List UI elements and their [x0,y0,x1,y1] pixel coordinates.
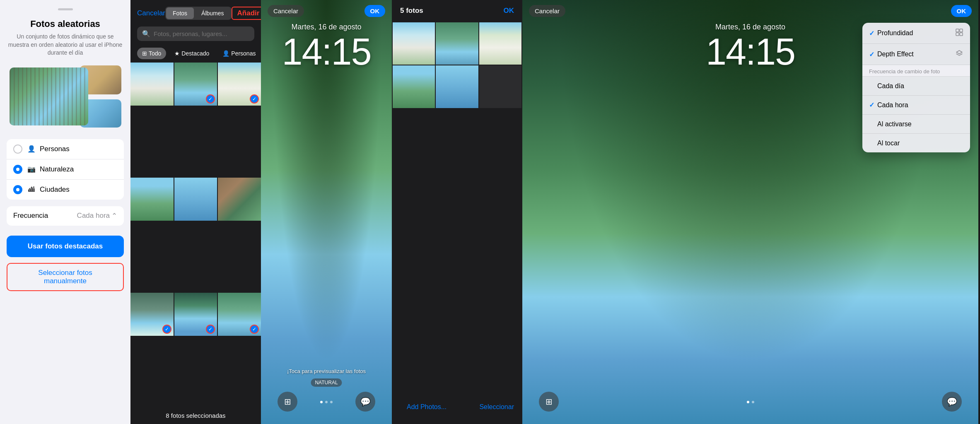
panel5-cancel-button[interactable]: Cancelar [529,5,565,17]
filter-bar: ⊞ Todo ★ Destacado 👤 Personas 📷 Na [130,44,261,63]
option-personas-label: Personas [40,145,70,153]
picker-header: Cancelar Fotos Álbumes Añadir [130,0,261,23]
grid-cell-5[interactable] [174,178,217,221]
chevron-icon: ⌃ [111,212,117,220]
panel4-ok-button[interactable]: OK [504,7,514,15]
dropdown-item-cada-hora[interactable]: ✓ Cada hora [862,96,970,115]
check-profundidad: ✓ [869,29,877,37]
panel1-title: Fotos aleatorias [30,19,100,29]
frequency-value-text: Cada hora [77,212,110,220]
picker-search-bar: 🔍 [137,26,254,41]
check-cada-hora: ✓ [869,101,877,109]
filter-todo-label: Todo [149,50,161,57]
panel-lockscreen-menu: Cancelar OK Martes, 16 de agosto 14:15 ⊞… [522,0,978,424]
grid-icon: ⊞ [142,50,147,57]
panel4-title: 5 fotos [400,7,423,15]
panel4-photo-grid [392,22,522,109]
check-badge-2: ✓ [206,94,215,104]
ls-time: 14:15 [261,33,392,70]
layers-icon-menu [955,49,963,59]
dropdown-section-header: Frecuencia de cambio de foto [862,65,970,77]
filter-todo[interactable]: ⊞ Todo [137,48,166,59]
cada-dia-label: Cada día [877,82,963,90]
ls-ok-button[interactable]: OK [364,5,386,17]
panel5-ok-button[interactable]: OK [951,5,972,17]
option-ciudades[interactable]: 🏙 Ciudades [7,180,124,200]
panel4-cell-3[interactable] [479,22,521,65]
dropdown-item-al-tocar[interactable]: ✓ Al tocar [862,134,970,152]
grid-cell-9[interactable]: ✓ [218,293,261,336]
panel4-cell-4[interactable] [393,65,435,108]
grid-cell-8[interactable]: ✓ [174,293,217,336]
profundidad-label: Profundidad [877,29,955,37]
picker-cancel-button[interactable]: Cancelar [137,9,165,17]
ls-cancel-button[interactable]: Cancelar [268,5,304,17]
filter-personas[interactable]: 👤 Personas [217,48,261,59]
filter-destacado-label: Destacado [181,50,209,57]
ls-preview-hint: ¡Toca para previsualizar las fotos [261,368,392,374]
dropdown-item-depth-effect[interactable]: ✓ Depth Effect [862,44,970,65]
radio-ciudades[interactable] [13,185,22,194]
ls-grid-button[interactable]: ⊞ [278,392,297,412]
drag-handle [58,8,73,10]
svg-rect-3 [960,33,963,36]
check-badge-9: ✓ [250,325,259,334]
frequency-row[interactable]: Frecuencia Cada hora ⌃ [7,206,124,226]
panel5-grid-button[interactable]: ⊞ [539,392,559,412]
panel4-footer: Add Photos... Seleccionar [392,390,522,424]
ls-message-button[interactable]: 💬 [355,392,375,412]
search-input[interactable] [154,30,249,37]
grid-icon-menu [955,28,963,38]
radio-naturaleza[interactable] [13,165,22,174]
check-badge-8: ✓ [206,325,215,334]
dropdown-item-profundidad[interactable]: ✓ Profundidad [862,23,970,44]
panel5-message-button[interactable]: 💬 [942,392,962,412]
person-icon: 👤 [222,50,229,57]
dropdown-item-cada-dia[interactable]: ✓ Cada día [862,77,970,96]
option-personas[interactable]: 👤 Personas [7,139,124,159]
grid-cell-7[interactable]: ✓ [130,293,174,336]
radio-personas[interactable] [13,145,22,154]
frequency-value: Cada hora ⌃ [77,212,117,220]
grid-cell-6[interactable] [218,178,261,221]
search-icon: 🔍 [142,30,150,38]
ls-natural-badge: NATURAL [311,378,342,387]
panel1-subtitle: Un conjunto de fotos dinámico que se mue… [7,33,124,57]
picker-add-button[interactable]: Añadir [232,7,266,20]
panel5-header: Cancelar OK [522,0,978,22]
ls-date: Martes, 16 de agosto [261,23,392,31]
panel4-cell-5[interactable] [436,65,478,108]
option-naturaleza[interactable]: 📷 Naturaleza [7,159,124,180]
panel4-select-button[interactable]: Seleccionar [479,403,514,411]
grid-cell-1[interactable] [130,63,174,106]
grid-cell-4[interactable] [130,178,174,221]
cada-hora-label: Cada hora [877,101,963,109]
filter-personas-label: Personas [231,50,256,57]
svg-rect-2 [956,33,959,36]
grid-footer: 8 fotos seleccionadas [130,407,261,424]
use-featured-photos-button[interactable]: Usar fotos destacadas [7,236,124,257]
dropdown-item-al-activarse[interactable]: ✓ Al activarse [862,115,970,134]
svg-rect-0 [956,29,959,32]
picker-tabs: Fotos Álbumes [165,7,231,20]
tab-fotos[interactable]: Fotos [166,7,194,19]
panel4-cell-2[interactable] [436,22,478,65]
panel-fotos-aleatorias: Fotos aleatorias Un conjunto de fotos di… [0,0,130,424]
frequency-label: Frecuencia [13,212,48,220]
svg-rect-1 [960,29,963,32]
panel4-cell-empty [479,65,521,108]
select-manually-button[interactable]: Seleccionar fotos manualmente [7,263,124,291]
grid-cell-3[interactable]: ✓ [218,63,261,106]
personas-icon: 👤 [27,145,36,153]
filter-destacado[interactable]: ★ Destacado [169,48,214,59]
frequency-section: Frecuencia Cada hora ⌃ [7,206,124,226]
photo-grid: ✓ ✓ ✓ ✓ ✓ [130,63,261,407]
photo-preview [10,65,121,128]
tab-albums[interactable]: Álbumes [195,7,230,19]
panel4-cell-1[interactable] [393,22,435,65]
grid-cell-2[interactable]: ✓ [174,63,217,106]
option-naturaleza-label: Naturaleza [40,165,74,173]
panel4-add-photos-button[interactable]: Add Photos... [407,403,447,411]
ls-bottom-bar: ⊞ 💬 [261,392,392,412]
ciudades-icon: 🏙 [27,186,36,194]
